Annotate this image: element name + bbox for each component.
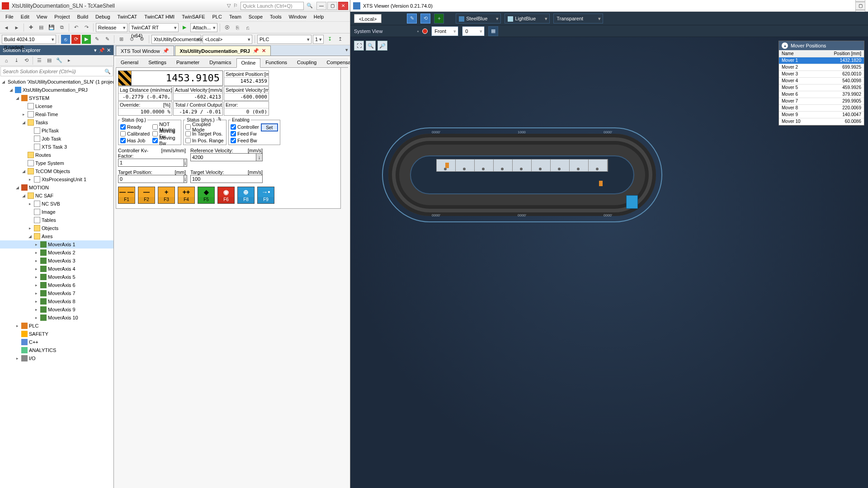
fkey-f4[interactable]: ++F4 (178, 187, 195, 204)
grid-icon[interactable]: ▦ (488, 26, 498, 36)
tree-node[interactable]: ▸MoverAxis 7 (0, 289, 113, 297)
plc-select[interactable]: PLC (257, 35, 311, 44)
mover-row[interactable]: Mover 7299.9905 (779, 98, 864, 104)
add-icon[interactable]: ＋ (434, 14, 444, 23)
solexp-search[interactable]: 🔍 (0, 66, 113, 76)
run-icon[interactable]: ▶ (82, 35, 91, 44)
ptab-dynamics[interactable]: Dynamics (204, 58, 236, 67)
chk-hasjob[interactable] (120, 138, 126, 143)
qs-icon1[interactable]: ▽ (227, 3, 231, 9)
redo-icon[interactable]: ↷ (82, 23, 91, 32)
one-select[interactable]: 1 (313, 35, 324, 44)
mover-row[interactable]: Mover 11432.1820 (779, 57, 864, 64)
wrench-icon[interactable]: 🔧 (55, 56, 64, 65)
chk-feedbw[interactable] (231, 138, 236, 143)
tree-node[interactable]: ▸MoverAxis 2 (0, 249, 113, 257)
tab-close-icon[interactable]: ✕ (262, 48, 266, 54)
fkey-f6[interactable]: ◉F6 (217, 187, 235, 204)
target-select[interactable]: TwinCAT RT (x64) (129, 23, 179, 32)
collapse-icon[interactable]: ▴ (782, 42, 788, 49)
fkey-f8[interactable]: ⊕F8 (237, 187, 255, 204)
ptab-compensation[interactable]: Compensation (321, 58, 350, 67)
tree-node[interactable]: C++ (0, 338, 113, 346)
menu-view[interactable]: View (33, 13, 51, 20)
mover-row[interactable]: Mover 2699.9925 (779, 64, 864, 70)
tree-node[interactable]: License (0, 102, 113, 110)
tree-node[interactable]: Job Task (0, 135, 113, 143)
logout-icon[interactable]: ↥ (335, 35, 344, 44)
tab-xts-tool[interactable]: XTS Tool Window📌 (116, 46, 174, 56)
mover-row[interactable]: Mover 5459.9926 (779, 84, 864, 91)
zoom-in-icon[interactable]: 🔍 (366, 41, 376, 51)
search-icon[interactable]: 🔍 (307, 3, 313, 9)
kv-factor-input[interactable] (118, 159, 184, 167)
mode2-icon[interactable]: ⟲ (420, 14, 430, 23)
chk-movingbw[interactable] (152, 138, 158, 143)
tree-node[interactable]: Type System (0, 159, 113, 167)
mover-row[interactable]: Mover 8220.0069 (779, 104, 864, 111)
solexp-search-input[interactable] (3, 69, 104, 74)
tree-node[interactable]: XTS Task 3 (0, 143, 113, 151)
ptab-online[interactable]: Online (236, 58, 261, 68)
zoom-fit-icon[interactable]: ⛶ (354, 41, 364, 51)
misc5-icon[interactable]: ✎ (103, 35, 112, 44)
tree-node[interactable]: ◢MOTION (0, 183, 113, 192)
minimize-button[interactable]: — (316, 2, 326, 10)
misc4-icon[interactable]: ✎ (92, 35, 101, 44)
chk-feedfw[interactable] (231, 131, 236, 136)
tree-node[interactable]: ▸NC SVB (0, 200, 113, 208)
mover-row[interactable]: Mover 4540.0098 (779, 77, 864, 84)
config-select[interactable]: Release (96, 23, 127, 32)
home-icon[interactable]: ⌂ (2, 56, 11, 65)
color1-select[interactable]: SteelBlue (456, 14, 501, 23)
ptab-general[interactable]: General (116, 58, 143, 67)
mover-row[interactable]: Mover 3620.0010 (779, 70, 864, 77)
loc-select[interactable]: <Local> (203, 35, 252, 44)
prop-icon[interactable]: ☰ (35, 56, 44, 65)
tab-pin-icon[interactable]: 📌 (163, 48, 169, 54)
viewer-maximize-button[interactable]: ▢ (855, 2, 865, 10)
tree-node[interactable]: ▸MoverAxis 3 (0, 257, 113, 265)
menu-debug[interactable]: Debug (92, 13, 113, 20)
solexp-pin-icon[interactable]: 📌 (99, 47, 105, 53)
maximize-button[interactable]: ▢ (327, 2, 337, 10)
zero-select[interactable]: 0 (462, 26, 485, 36)
tree-node[interactable]: Routes (0, 151, 113, 159)
viewer-local[interactable]: <Local> (354, 14, 382, 23)
mover-row[interactable]: Mover 9140.0047 (779, 111, 864, 118)
menu-window[interactable]: Window (285, 13, 310, 20)
tree-node[interactable]: ▸MoverAxis 8 (0, 297, 113, 305)
misc3-icon[interactable]: ⎌ (243, 23, 252, 32)
start-icon[interactable]: ▶ (180, 23, 189, 32)
chk-ready[interactable] (120, 124, 126, 130)
tree-node[interactable]: ▸MoverAxis 5 (0, 273, 113, 281)
search-icon[interactable]: 🔍 (104, 69, 111, 75)
tree-node[interactable]: ▸Real-Time (0, 110, 113, 118)
fkey-f5[interactable]: ◆F5 (198, 187, 215, 204)
tree-node[interactable]: ▸MoverAxis 6 (0, 281, 113, 289)
fkey-f3[interactable]: +F3 (158, 187, 175, 204)
tab-pin-icon[interactable]: 📌 (253, 48, 259, 54)
new-icon[interactable]: ✚ (26, 23, 35, 32)
build-select[interactable]: Build 4024.10 (Loaded) (2, 35, 56, 44)
menu-twinsafe[interactable]: TwinSAFE (178, 13, 208, 20)
solexp-dd-icon[interactable]: ▾ (94, 47, 97, 53)
tree-node[interactable]: ▸PLC (0, 322, 113, 330)
tree-node[interactable]: ◢TcCOM Objects (0, 167, 113, 175)
proj-select[interactable]: XtsUtilityDocumentation (151, 35, 201, 44)
qs-icon2[interactable]: ⚐ (233, 3, 238, 9)
fkey-f1[interactable]: — —F1 (118, 187, 135, 204)
active-mover[interactable] (626, 195, 638, 209)
menu-team[interactable]: Team (226, 13, 245, 20)
fkey-f9[interactable]: →•F9 (257, 187, 274, 204)
tree-node[interactable]: ▸MoverAxis 4 (0, 265, 113, 273)
tree-node[interactable]: ◢SYSTEM (0, 94, 113, 102)
tree-node[interactable]: SAFETY (0, 330, 113, 338)
ref-velocity-input[interactable] (190, 153, 256, 161)
menu-build[interactable]: Build (74, 13, 92, 20)
ptab-parameter[interactable]: Parameter (171, 58, 204, 67)
set-button[interactable]: Set (261, 123, 278, 131)
tree-node[interactable]: PlcTask (0, 127, 113, 135)
menu-twincat[interactable]: TwinCAT (114, 13, 141, 20)
misc6-icon[interactable]: ⊞ (117, 35, 126, 44)
